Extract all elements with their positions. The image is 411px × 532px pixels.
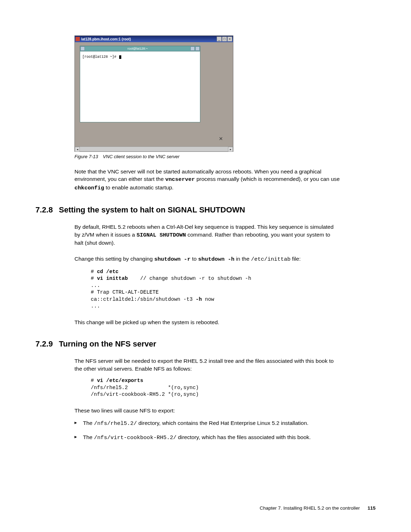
code-exports: # vi /etc/exports /nfs/rhel5.2 *(ro,sync… [91, 377, 376, 398]
list-item: The /nfs/virt-cookbook-RH5.2/ directory,… [74, 433, 340, 442]
figure-caption-text: VNC client session to the VNC server [103, 154, 179, 159]
horizontal-scrollbar[interactable]: ◂ ▸ [75, 146, 233, 151]
paragraph-nfs-intro: The NFS server will be needed to export … [74, 357, 340, 372]
paragraph-vnc-note: Note that the VNC server will not be sta… [74, 168, 340, 192]
scroll-left-button[interactable]: ◂ [75, 147, 80, 152]
figure-number: Figure 7-13 [74, 154, 98, 159]
scroll-right-button[interactable]: ▸ [228, 147, 233, 152]
figure-7-13: lat128.pbm.ihost.com:1 (root) _ □ × root… [74, 35, 233, 159]
terminal-title: root@lat128:~ [85, 47, 190, 50]
vnc-outer-titlebar: lat128.pbm.ihost.com:1 (root) _ □ × [75, 36, 233, 42]
vnc-outer-window: lat128.pbm.ihost.com:1 (root) _ □ × root… [74, 35, 233, 152]
terminal-prompt: [root@lat128 ~]# [82, 55, 118, 59]
vnc-app-icon [76, 37, 80, 41]
section-heading-7-2-9: 7.2.9Turning on the NFS server [35, 339, 376, 349]
vnc-desktop-area: root@lat128:~ [root@lat128 ~]# ✕ ◂ ▸ [75, 42, 233, 151]
section-number: 7.2.8 [35, 205, 59, 215]
page-number: 115 [367, 505, 376, 511]
page-footer: Chapter 7. Installing RHEL 5.2 on the co… [260, 505, 376, 511]
figure-caption: Figure 7-13 VNC client session to the VN… [74, 154, 233, 159]
terminal-window: root@lat128:~ [root@lat128 ~]# [80, 46, 200, 122]
section-number: 7.2.9 [35, 339, 59, 349]
section-title: Setting the system to halt on SIGNAL SHU… [59, 205, 245, 214]
paragraph-signal-shutdown: By default, RHEL 5.2 reboots when a Ctrl… [74, 223, 340, 246]
terminal-minimize-icon[interactable] [190, 46, 195, 51]
vnc-outer-title: lat128.pbm.ihost.com:1 (root) [81, 37, 216, 41]
paragraph-reboot-pickup: This change will be picked up when the s… [74, 318, 340, 326]
terminal-maximize-icon[interactable] [195, 46, 200, 51]
minimize-button[interactable]: _ [217, 37, 222, 41]
code-inittab: # cd /etc # vi inittab // change shutdow… [91, 268, 376, 310]
terminal-menu-icon[interactable] [80, 46, 85, 51]
chapter-label: Chapter 7. Installing RHEL 5.2 on the co… [260, 505, 360, 511]
close-button[interactable]: × [227, 37, 232, 41]
x-cursor-icon: ✕ [219, 136, 223, 142]
terminal-cursor-icon [119, 55, 121, 59]
paragraph-change-setting: Change this setting by changing shutdown… [74, 255, 340, 263]
list-item: The /nfs/rhel5.2/ directory, which conta… [74, 419, 340, 428]
paragraph-export-intro: These two lines will cause NFS to export… [74, 407, 340, 414]
section-heading-7-2-8: 7.2.8Setting the system to halt on SIGNA… [35, 205, 376, 215]
export-list: The /nfs/rhel5.2/ directory, which conta… [74, 419, 376, 442]
maximize-button[interactable]: □ [222, 37, 227, 41]
section-title: Turning on the NFS server [59, 339, 156, 348]
terminal-body[interactable]: [root@lat128 ~]# [80, 51, 200, 122]
terminal-titlebar: root@lat128:~ [80, 46, 200, 51]
